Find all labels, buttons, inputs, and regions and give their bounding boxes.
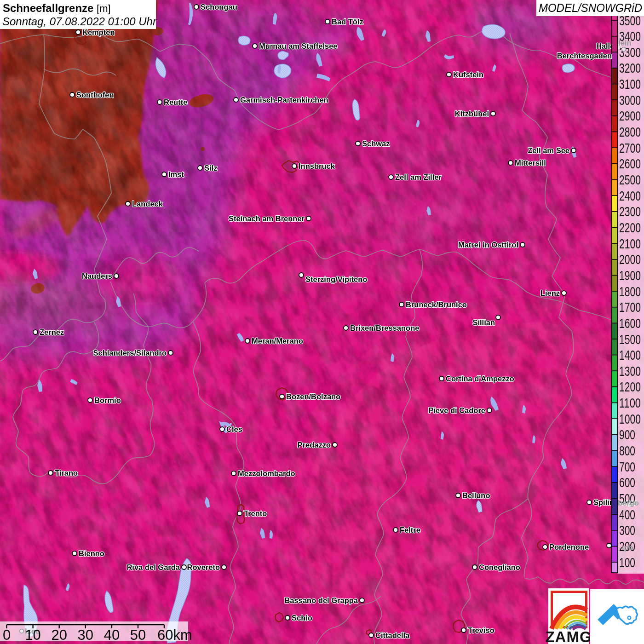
svg-text:Lienz: Lienz	[540, 289, 560, 297]
svg-text:Silz: Silz	[204, 164, 217, 172]
svg-text:Sillian: Sillian	[472, 318, 495, 327]
svg-text:2500: 2500	[619, 172, 641, 187]
svg-text:Imst: Imst	[168, 170, 184, 178]
svg-text:Landeck: Landeck	[132, 200, 163, 208]
svg-text:1600: 1600	[619, 316, 641, 331]
svg-text:1900: 1900	[619, 268, 641, 283]
svg-text:2800: 2800	[619, 124, 641, 139]
svg-text:600: 600	[619, 475, 635, 490]
svg-text:Nauders: Nauders	[82, 272, 112, 280]
svg-text:Sonntag, 07.08.2022 01:00 Uhr: Sonntag, 07.08.2022 01:00 Uhr	[2, 15, 157, 28]
svg-text:Kempten: Kempten	[82, 28, 115, 36]
svg-text:Mittersill: Mittersill	[515, 159, 546, 167]
svg-text:Cittadella: Cittadella	[375, 631, 410, 639]
svg-text:1400: 1400	[619, 347, 641, 362]
svg-text:2100: 2100	[619, 236, 641, 251]
svg-text:Bruneck/Brunico: Bruneck/Brunico	[406, 300, 467, 309]
svg-text:Bad Tölz: Bad Tölz	[332, 17, 363, 26]
svg-text:MODEL/SNOWGRiD: MODEL/SNOWGRiD	[539, 1, 642, 15]
svg-text:Murnau am Staffelsee: Murnau am Staffelsee	[259, 42, 338, 50]
svg-text:Schongau: Schongau	[201, 3, 237, 11]
svg-text:Bienno: Bienno	[79, 549, 104, 558]
svg-text:3100: 3100	[619, 76, 641, 92]
svg-text:Bozen/Bolzano: Bozen/Bolzano	[286, 392, 340, 401]
svg-text:lein: lein	[618, 39, 631, 47]
svg-text:10: 10	[25, 627, 40, 643]
svg-text:1000: 1000	[619, 411, 641, 426]
svg-text:800: 800	[619, 443, 635, 458]
svg-text:Tirano: Tirano	[55, 469, 78, 477]
svg-text:1800: 1800	[619, 284, 641, 299]
svg-text:Steinach am Brenner: Steinach am Brenner	[229, 214, 305, 223]
svg-text:2700: 2700	[619, 140, 641, 155]
svg-text:60km: 60km	[157, 627, 192, 643]
svg-text:30: 30	[78, 627, 93, 643]
svg-text:Pordenone: Pordenone	[549, 543, 589, 551]
svg-text:Schio: Schio	[292, 614, 312, 622]
svg-text:Mezzolombardo: Mezzolombardo	[238, 469, 295, 477]
svg-text:bergo: bergo	[618, 499, 639, 507]
svg-text:Schlanders/Silandro: Schlanders/Silandro	[93, 349, 167, 357]
svg-text:Trento: Trento	[244, 509, 267, 518]
svg-text:1200: 1200	[619, 379, 641, 394]
svg-text:Innsbruck: Innsbruck	[299, 162, 335, 170]
svg-text:Predazzo: Predazzo	[298, 441, 331, 449]
svg-text:Matrei in Osttirol: Matrei in Osttirol	[458, 241, 518, 249]
svg-text:1500: 1500	[619, 332, 641, 347]
svg-text:Feltre: Feltre	[400, 526, 420, 534]
svg-text:Cortina d'Ampezzo: Cortina d'Ampezzo	[446, 374, 514, 383]
svg-text:Schwaz: Schwaz	[362, 139, 390, 148]
svg-text:ipo: ipo	[622, 543, 633, 552]
svg-text:Zell am See: Zell am See	[528, 146, 569, 155]
svg-text:Riva del Garda: Riva del Garda	[126, 563, 180, 571]
svg-text:2400: 2400	[619, 188, 641, 203]
svg-text:2600: 2600	[619, 156, 641, 171]
svg-text:Belluno: Belluno	[462, 491, 490, 500]
svg-text:Schneefallgrenze [m]: Schneefallgrenze [m]	[3, 2, 111, 14]
svg-text:Kufstein: Kufstein	[453, 70, 483, 79]
svg-text:Sonthofen: Sonthofen	[76, 91, 114, 99]
svg-text:Cles: Cles	[226, 425, 242, 433]
svg-text:1300: 1300	[619, 363, 641, 379]
svg-text:1700: 1700	[619, 299, 641, 315]
svg-text:2200: 2200	[619, 220, 641, 235]
svg-text:Bassano del Grappa: Bassano del Grappa	[284, 596, 358, 604]
svg-text:Treviso: Treviso	[468, 626, 494, 634]
svg-text:ZAMG: ZAMG	[545, 628, 592, 644]
svg-text:Pieve di Cadore: Pieve di Cadore	[428, 406, 485, 414]
svg-text:Zernez: Zernez	[40, 328, 64, 336]
svg-text:Rovereto: Rovereto	[187, 563, 220, 571]
svg-text:Kitzbühel: Kitzbühel	[455, 109, 489, 118]
svg-text:Meran/Merano: Meran/Merano	[252, 337, 303, 345]
svg-text:Berchtesgaden: Berchtesgaden	[557, 52, 612, 60]
svg-text:Zell am Ziller: Zell am Ziller	[395, 173, 442, 181]
svg-text:Brixen/Bressanone: Brixen/Bressanone	[350, 324, 419, 332]
svg-text:0: 0	[3, 627, 11, 643]
svg-text:50: 50	[130, 627, 146, 643]
svg-text:1100: 1100	[619, 395, 641, 410]
svg-text:900: 900	[619, 427, 635, 442]
svg-text:700: 700	[619, 459, 635, 474]
svg-text:Sterzing/Vipiteno: Sterzing/Vipiteno	[305, 275, 367, 283]
svg-text:Garmisch-Partenkirchen: Garmisch-Partenkirchen	[240, 96, 328, 104]
svg-text:Bormio: Bormio	[94, 396, 121, 404]
svg-text:300: 300	[619, 523, 635, 538]
svg-text:Reutte: Reutte	[164, 98, 187, 106]
svg-text:Conegliano: Conegliano	[479, 563, 520, 571]
svg-text:3000: 3000	[619, 92, 641, 108]
svg-text:100: 100	[619, 555, 635, 570]
svg-text:400: 400	[619, 507, 635, 522]
svg-text:2900: 2900	[619, 108, 641, 123]
svg-text:3200: 3200	[619, 60, 641, 75]
svg-text:2000: 2000	[619, 252, 641, 267]
svg-text:20: 20	[51, 627, 67, 643]
svg-text:40: 40	[104, 627, 120, 643]
svg-text:2300: 2300	[619, 204, 641, 219]
